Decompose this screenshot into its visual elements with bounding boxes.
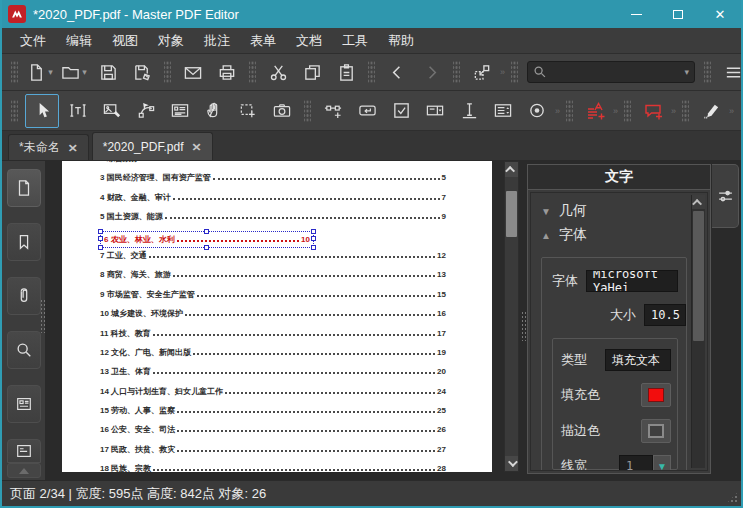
line-width-dropdown[interactable]: ▼: [653, 455, 671, 471]
selection-handle[interactable]: [311, 245, 316, 250]
pdf-page[interactable]: 2 综合政务33 国民经济管理、国有资产监管54 财政、金融、审计75 国土资源…: [62, 161, 492, 472]
font-family-field[interactable]: Microsoft YaHei: [586, 270, 678, 292]
toolbar-grip[interactable]: [164, 60, 171, 84]
menu-annotation[interactable]: 批注: [194, 29, 240, 53]
toc-entry[interactable]: 13 卫生、体育20: [100, 366, 446, 385]
toc-entry[interactable]: 9 市场监管、安全生产监管15: [100, 289, 446, 308]
signature-panel-button[interactable]: [7, 439, 41, 463]
maximize-button[interactable]: [657, 0, 699, 28]
search-box[interactable]: ▾: [527, 61, 695, 83]
toc-entry[interactable]: 16 公安、安全、司法26: [100, 424, 446, 443]
toolbar-grip[interactable]: [368, 60, 375, 84]
toolbar-grip[interactable]: [511, 60, 518, 84]
tab-untitled[interactable]: *未命名 ✕: [8, 134, 89, 160]
font-size-field[interactable]: 10.5: [644, 304, 686, 326]
toc-entry[interactable]: 11 科技、教育17: [100, 328, 446, 347]
tab-2020-pdf[interactable]: *2020_PDF.pdf ✕: [92, 132, 213, 160]
scrollbar-track[interactable]: [692, 209, 705, 468]
link-tool[interactable]: [318, 96, 348, 126]
sidebar-splitter-handle[interactable]: [40, 299, 45, 333]
navigate-forward-button[interactable]: [416, 57, 446, 87]
selection-handle[interactable]: [98, 236, 103, 241]
selected-text-object[interactable]: 6 农业、林业、水利10: [100, 231, 314, 248]
minimize-button[interactable]: [615, 0, 657, 28]
checkbox-tool[interactable]: [386, 96, 416, 126]
eraser-pen-tool[interactable]: [696, 96, 726, 126]
toolbar-grip[interactable]: [11, 99, 18, 123]
edit-image-tool[interactable]: [97, 96, 127, 126]
toc-entry[interactable]: 18 民族、宗教28: [100, 463, 446, 472]
section-geometry[interactable]: ▼ 几何: [541, 199, 687, 223]
toc-entry[interactable]: 8 商贸、海关、旅游13: [100, 269, 446, 288]
toc-entry[interactable]: 10 城乡建设、环境保护16: [100, 308, 446, 327]
toc-entry[interactable]: 7 工业、交通12: [100, 250, 446, 269]
menu-document[interactable]: 文档: [286, 29, 332, 53]
search-input[interactable]: [547, 65, 684, 79]
toolbar-grip[interactable]: [453, 60, 460, 84]
toc-entry[interactable]: 4 财政、金融、审计7: [100, 192, 446, 211]
toc-entry[interactable]: 17 民政、扶贫、救灾27: [100, 444, 446, 463]
toolbar-grip[interactable]: [11, 60, 18, 84]
highlight-text-tool[interactable]: [580, 96, 610, 126]
combo-box-tool[interactable]: [420, 96, 450, 126]
select-area-tool[interactable]: [233, 96, 263, 126]
selection-handle[interactable]: [98, 245, 103, 250]
menu-form[interactable]: 表单: [240, 29, 286, 53]
print-button[interactable]: [212, 57, 242, 87]
selection-handle[interactable]: [311, 236, 316, 241]
new-document-button[interactable]: ▾: [25, 57, 55, 87]
menu-view[interactable]: 视图: [102, 29, 148, 53]
window-resize-grip[interactable]: [726, 491, 739, 504]
cut-button[interactable]: [263, 57, 293, 87]
panel-splitter-handle[interactable]: [521, 311, 526, 341]
send-email-button[interactable]: [178, 57, 208, 87]
list-box-tool[interactable]: [488, 96, 518, 126]
toolbar-grip[interactable]: [304, 99, 311, 123]
menu-file[interactable]: 文件: [10, 29, 56, 53]
sidebar-scroll-up-button[interactable]: [7, 463, 41, 478]
tab-close-icon[interactable]: ✕: [191, 140, 201, 153]
select-pointer-tool[interactable]: [25, 94, 59, 128]
form-fields-button[interactable]: [7, 385, 41, 423]
selection-handle[interactable]: [311, 229, 316, 234]
toc-entry[interactable]: 2 综合政务3: [100, 161, 446, 172]
bookmarks-button[interactable]: [7, 223, 41, 261]
panel-scrollbar[interactable]: [691, 195, 705, 468]
toc-entry-selected[interactable]: 6 农业、林业、水利10: [100, 231, 446, 250]
scroll-down-button[interactable]: [505, 456, 518, 471]
scroll-up-button[interactable]: [692, 195, 705, 209]
main-menu-button[interactable]: ▾: [718, 57, 743, 87]
close-button[interactable]: ✕: [699, 0, 741, 28]
menu-object[interactable]: 对象: [148, 29, 194, 53]
document-scrollbar[interactable]: [504, 161, 519, 472]
toolbar-grip[interactable]: [566, 99, 573, 123]
panel-options-tab[interactable]: [712, 164, 739, 228]
menu-edit[interactable]: 编辑: [56, 29, 102, 53]
toolbar-grip[interactable]: [624, 99, 631, 123]
push-button-tool[interactable]: [352, 96, 382, 126]
text-field-tool[interactable]: [454, 96, 484, 126]
search-panel-button[interactable]: [7, 331, 41, 369]
section-font[interactable]: ▲ 字体: [541, 223, 687, 247]
copy-button[interactable]: [297, 57, 327, 87]
scrollbar-thumb[interactable]: [693, 211, 704, 341]
fit-selection-button[interactable]: [467, 57, 497, 87]
toc-entry[interactable]: 14 人口与计划生育、妇女儿童工作24: [100, 386, 446, 405]
scrollbar-track[interactable]: [505, 177, 518, 456]
toc-entry[interactable]: 15 劳动、人事、监察25: [100, 405, 446, 424]
toc-entry[interactable]: 12 文化、广电、新闻出版19: [100, 347, 446, 366]
menu-help[interactable]: 帮助: [378, 29, 424, 53]
selection-handle[interactable]: [204, 229, 209, 234]
search-dropdown-icon[interactable]: ▾: [684, 67, 689, 77]
open-file-button[interactable]: ▾: [59, 57, 89, 87]
toolbar-grip[interactable]: [704, 60, 711, 84]
edit-path-tool[interactable]: [131, 96, 161, 126]
save-button[interactable]: [93, 57, 123, 87]
new-document-dropdown[interactable]: ▾: [48, 67, 53, 77]
save-as-button[interactable]: [127, 57, 157, 87]
line-width-field[interactable]: 1: [619, 455, 653, 471]
snapshot-tool[interactable]: [267, 96, 297, 126]
tab-close-icon[interactable]: ✕: [68, 141, 78, 154]
toolbar-grip[interactable]: [682, 99, 689, 123]
document-viewport[interactable]: 2 综合政务33 国民经济管理、国有资产监管54 财政、金融、审计75 国土资源…: [46, 161, 521, 480]
